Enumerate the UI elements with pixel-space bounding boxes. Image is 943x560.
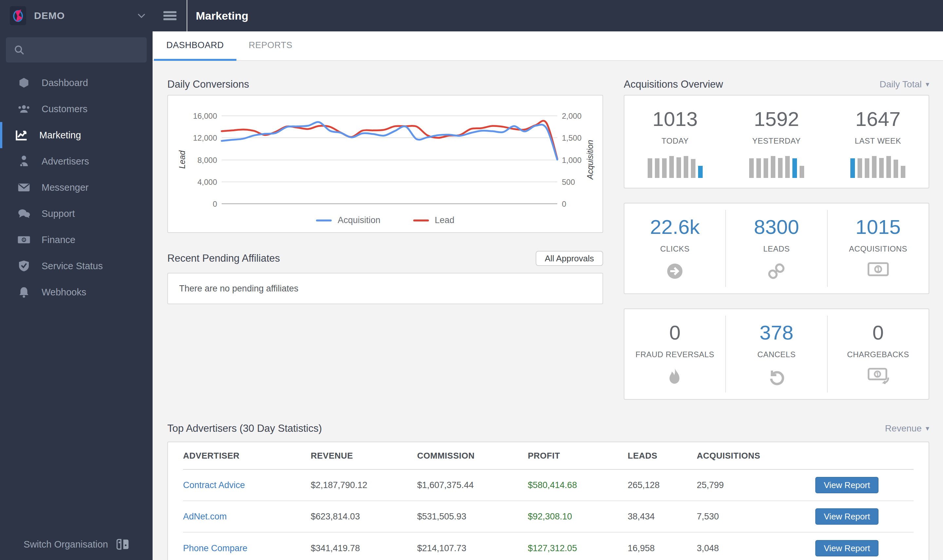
svg-text:8,000: 8,000 xyxy=(198,156,217,165)
sidebar-item-label: Service Status xyxy=(42,261,103,271)
caret-down-icon: ▾ xyxy=(926,80,929,89)
stat-chargebacks: 0 CHARGEBACKS 1 xyxy=(828,309,929,399)
acquisitions-cell: 3,048 xyxy=(697,543,815,554)
traffic-metrics-card: 22.6k CLICKS 8300 LEADS xyxy=(624,203,929,294)
sidebar-search xyxy=(6,37,147,63)
stat-fraud-reversals: 0 FRAUD REVERSALS xyxy=(624,309,725,399)
switch-organisation[interactable]: Switch Organisation xyxy=(0,529,153,560)
sidebar-item-finance[interactable]: 1 Finance xyxy=(0,227,153,253)
daily-conversions-chart: 16,000 12,000 8,000 4,000 0 2,000 1,500 … xyxy=(168,100,602,213)
customers-icon xyxy=(15,104,32,114)
app-root: DEMO Dashboard Customers xyxy=(0,0,943,560)
stat-cancels: 378 CANCELS xyxy=(726,309,827,399)
daily-total-dropdown[interactable]: Daily Total ▾ xyxy=(880,79,929,90)
tab-dashboard[interactable]: DASHBOARD xyxy=(154,31,236,61)
chart-line-icon xyxy=(13,129,30,141)
stat-label: LAST WEEK xyxy=(855,136,901,146)
acquisitions-cell: 25,799 xyxy=(697,480,815,490)
svg-text:0: 0 xyxy=(213,200,217,208)
column-header: PROFIT xyxy=(528,451,628,461)
view-report-button[interactable]: View Report xyxy=(815,508,878,525)
risk-metrics-card: 0 FRAUD REVERSALS 378 CANCELS xyxy=(624,308,929,400)
chart-legend: Acquisition Lead xyxy=(168,215,602,225)
sidebar-item-webhooks[interactable]: Webhooks xyxy=(0,279,153,305)
stat-value: 8300 xyxy=(754,215,799,238)
money-bill-icon: 1 xyxy=(15,235,32,244)
profit-cell: $580,414.68 xyxy=(528,480,628,490)
stat-label: FRAUD REVERSALS xyxy=(636,350,715,359)
table-row: AdNet.com $623,814.03 $531,505.93 $92,30… xyxy=(183,501,914,532)
caret-down-icon: ▾ xyxy=(926,424,929,433)
hamburger-menu-icon[interactable] xyxy=(162,10,177,21)
pending-affiliates-card: There are no pending affiliates xyxy=(167,273,603,304)
undo-icon xyxy=(767,368,785,385)
all-approvals-button[interactable]: All Approvals xyxy=(536,251,603,266)
svg-text:1,000: 1,000 xyxy=(562,156,582,165)
bell-icon xyxy=(15,286,32,298)
sidebar-item-label: Finance xyxy=(42,235,75,245)
sidebar-item-customers[interactable]: Customers xyxy=(0,96,153,122)
advertiser-link[interactable]: Contract Advice xyxy=(183,480,311,490)
svg-text:12,000: 12,000 xyxy=(193,134,217,142)
daily-conversions-title: Daily Conversions xyxy=(167,78,249,90)
topbar-divider xyxy=(187,0,187,31)
sidebar-item-marketing[interactable]: Marketing xyxy=(0,122,153,148)
sidebar: DEMO Dashboard Customers xyxy=(0,0,153,560)
sidebar-item-advertisers[interactable]: Advertisers xyxy=(0,148,153,174)
search-input[interactable] xyxy=(31,45,139,55)
svg-text:1: 1 xyxy=(876,266,880,273)
leads-cell: 38,434 xyxy=(628,512,697,522)
legend-label: Lead xyxy=(435,215,454,225)
stat-acquisitions: 1015 ACQUISITIONS 1 xyxy=(828,203,929,294)
daily-conversions-chart-card: 16,000 12,000 8,000 4,000 0 2,000 1,500 … xyxy=(167,95,603,233)
page-title: Marketing xyxy=(196,9,248,22)
right-axis-title: Acquisition xyxy=(585,140,594,180)
revenue-cell: $341,419.78 xyxy=(311,543,417,554)
stat-value: 1013 xyxy=(653,107,698,131)
link-icon xyxy=(767,262,786,280)
sidebar-item-support[interactable]: Support xyxy=(0,200,153,227)
profit-cell: $92,308.10 xyxy=(528,512,628,522)
stat-label: TODAY xyxy=(661,136,688,146)
sidebar-item-label: Messenger xyxy=(42,182,88,193)
lead-swatch xyxy=(413,220,429,222)
acquisition-swatch xyxy=(316,220,332,222)
org-selector[interactable]: DEMO xyxy=(0,0,153,31)
column-header: ADVERTISER xyxy=(183,451,311,461)
hummingbird-logo-icon xyxy=(11,8,25,23)
commission-cell: $531,505.93 xyxy=(417,512,528,522)
advertiser-link[interactable]: Phone Compare xyxy=(183,543,311,554)
money-back-icon: 1 xyxy=(867,368,889,384)
sidebar-item-messenger[interactable]: Messenger xyxy=(0,174,153,200)
revenue-cell: $623,814.03 xyxy=(311,512,417,522)
view-report-button[interactable]: View Report xyxy=(815,540,878,556)
stat-value: 0 xyxy=(669,321,681,344)
chevron-down-icon xyxy=(137,14,145,18)
revenue-dropdown[interactable]: Revenue ▾ xyxy=(885,423,929,434)
top-advertisers-table: ADVERTISER REVENUE COMMISSION PROFIT LEA… xyxy=(167,442,929,560)
switch-org-icon xyxy=(117,539,129,550)
revenue-dropdown-label: Revenue xyxy=(885,423,922,434)
column-header: LEADS xyxy=(628,451,697,461)
last-week-sparkbar-chart xyxy=(850,154,905,178)
tab-reports[interactable]: REPORTS xyxy=(236,31,305,61)
sidebar-item-label: Webhooks xyxy=(42,287,86,298)
top-advertisers-section: Top Advertisers (30 Day Statistics) Reve… xyxy=(167,418,929,560)
legend-item-acquisition: Acquisition xyxy=(316,215,380,225)
user-md-icon xyxy=(15,155,32,167)
stat-last-week: 1647 LAST WEEK xyxy=(827,95,929,188)
commission-cell: $1,607,375.44 xyxy=(417,480,528,490)
sidebar-item-service-status[interactable]: Service Status xyxy=(0,253,153,279)
stat-leads: 8300 LEADS xyxy=(726,203,827,294)
svg-text:0: 0 xyxy=(562,200,566,208)
svg-text:2,000: 2,000 xyxy=(562,112,582,120)
left-axis-title: Lead xyxy=(177,150,187,169)
svg-text:500: 500 xyxy=(562,178,575,186)
column-header: COMMISSION xyxy=(417,451,528,461)
sidebar-item-dashboard[interactable]: Dashboard xyxy=(0,70,153,96)
advertiser-link[interactable]: AdNet.com xyxy=(183,512,311,522)
daily-acquisitions-card: 1013 TODAY 1592 YESTERDAY 1647 LAST WEEK xyxy=(624,95,929,188)
commission-cell: $214,107.73 xyxy=(417,543,528,554)
stat-label: ACQUISITIONS xyxy=(849,245,907,254)
view-report-button[interactable]: View Report xyxy=(815,477,878,493)
